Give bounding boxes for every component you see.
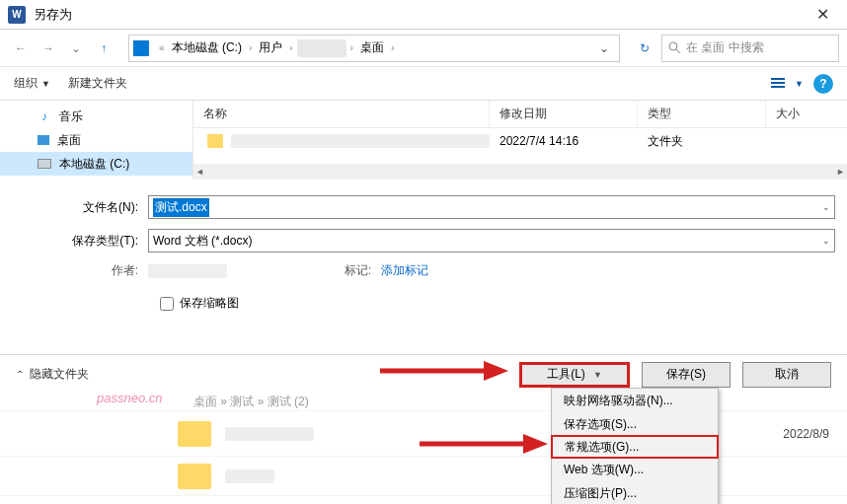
folder-icon — [178, 464, 211, 489]
svg-rect-3 — [771, 82, 785, 84]
close-button[interactable]: ✕ — [807, 5, 839, 24]
nav-recent-button[interactable]: ⌄ — [63, 36, 89, 61]
breadcrumb-item[interactable]: 用户 — [256, 37, 285, 58]
file-panel: 名称 修改日期 类型 大小 2022/7/4 14:16 文件夹 ◄ ► — [193, 101, 847, 180]
folder-icon — [207, 134, 223, 148]
new-folder-button[interactable]: 新建文件夹 — [68, 75, 127, 92]
tags-value[interactable]: 添加标记 — [381, 262, 578, 279]
titlebar: W 另存为 ✕ — [0, 0, 847, 30]
menu-item-general-options[interactable]: 常规选项(G)... — [551, 435, 719, 459]
view-options-button[interactable]: ▼ — [771, 76, 804, 92]
form-area: 文件名(N): 测试.docx ⌄ 保存类型(T): Word 文档 (*.do… — [0, 180, 847, 320]
column-date[interactable]: 修改日期 — [490, 101, 638, 127]
cancel-button[interactable]: 取消 — [742, 362, 831, 388]
svg-rect-2 — [771, 78, 785, 80]
chevron-down-icon[interactable]: ⌄ — [822, 202, 830, 212]
svg-marker-6 — [484, 361, 508, 381]
scroll-right-icon[interactable]: ► — [836, 167, 845, 177]
annotation-arrow — [415, 424, 553, 464]
menu-item-compress-pictures[interactable]: 压缩图片(P)... — [552, 481, 718, 504]
sidebar-item-music[interactable]: ♪ 音乐 — [0, 105, 192, 128]
svg-point-0 — [669, 42, 677, 50]
refresh-button[interactable]: ↻ — [632, 41, 657, 55]
window-title: 另存为 — [34, 6, 72, 24]
menu-item-save-options[interactable]: 保存选项(S)... — [552, 412, 718, 436]
chevron-down-icon: ▼ — [593, 370, 602, 380]
column-name[interactable]: 名称 — [193, 101, 490, 127]
sidebar-item-label: 音乐 — [59, 108, 83, 125]
chevron-right-icon: › — [391, 42, 394, 53]
bg-path: 桌面 » 测试 » 测试 (2) — [193, 394, 309, 410]
author-value-redacted[interactable] — [148, 264, 227, 278]
search-icon — [668, 41, 682, 55]
chevron-right-icon: › — [249, 42, 252, 53]
bg-name-redacted — [225, 469, 274, 483]
toolbar-row: 组织▼ 新建文件夹 ▼ ? — [0, 67, 847, 101]
sidebar: ♪ 音乐 桌面 本地磁盘 (C:) — [0, 101, 193, 180]
breadcrumb-dropdown[interactable]: ⌄ — [593, 41, 615, 55]
tools-menu: 映射网络驱动器(N)... 保存选项(S)... 常规选项(G)... Web … — [551, 388, 719, 504]
filename-input[interactable]: 测试.docx ⌄ — [148, 195, 835, 219]
breadcrumb-item[interactable]: 桌面 — [357, 37, 387, 58]
menu-item-web-options[interactable]: Web 选项(W)... — [552, 458, 718, 481]
disk-icon — [38, 159, 51, 169]
scroll-left-icon[interactable]: ◄ — [195, 167, 204, 177]
tools-dropdown[interactable]: 工具(L) ▼ — [519, 362, 630, 388]
hide-folders-toggle[interactable]: ⌃ 隐藏文件夹 — [16, 366, 89, 383]
chevron-right-icon: › — [350, 42, 353, 53]
menu-item-map-drive[interactable]: 映射网络驱动器(N)... — [552, 389, 718, 412]
savetype-value: Word 文档 (*.docx) — [153, 233, 252, 250]
author-label: 作者: — [12, 262, 148, 279]
word-icon: W — [8, 6, 26, 24]
svg-line-1 — [676, 49, 680, 53]
search-input[interactable]: 在 桌面 中搜索 — [661, 35, 839, 62]
chevron-down-icon[interactable]: ⌄ — [822, 236, 830, 246]
breadcrumb[interactable]: « 本地磁盘 (C:) › 用户 › › 桌面 › ⌄ — [128, 35, 620, 62]
chevron-right-icon: « — [159, 42, 165, 53]
bg-date: 2022/8/9 — [783, 427, 829, 441]
savetype-label: 保存类型(T): — [12, 233, 148, 250]
column-headers: 名称 修改日期 类型 大小 — [193, 101, 847, 128]
file-name-redacted — [231, 134, 490, 148]
nav-row: ← → ⌄ ↑ « 本地磁盘 (C:) › 用户 › › 桌面 › ⌄ ↻ 在 … — [0, 30, 847, 67]
folder-icon — [178, 421, 211, 447]
filename-value: 测试.docx — [153, 198, 209, 217]
nav-forward-button[interactable]: → — [36, 36, 61, 61]
drive-icon — [133, 40, 149, 56]
nav-back-button[interactable]: ← — [8, 36, 34, 61]
tags-label: 标记: — [326, 262, 381, 279]
thumbnail-label: 保存缩略图 — [180, 295, 239, 312]
horizontal-scrollbar[interactable]: ◄ ► — [193, 164, 847, 180]
search-placeholder: 在 桌面 中搜索 — [686, 39, 764, 56]
chevron-up-icon: ⌃ — [16, 369, 24, 380]
bg-name-redacted — [225, 427, 314, 441]
breadcrumb-item-redacted[interactable] — [297, 39, 346, 57]
music-icon: ♪ — [38, 109, 51, 123]
annotation-arrow — [375, 351, 513, 391]
svg-rect-4 — [771, 86, 785, 88]
sidebar-item-label: 桌面 — [57, 132, 81, 149]
nav-up-button[interactable]: ↑ — [91, 36, 116, 61]
file-row[interactable]: 2022/7/4 14:16 文件夹 — [193, 128, 847, 154]
sidebar-item-label: 本地磁盘 (C:) — [59, 156, 129, 173]
body-area: ♪ 音乐 桌面 本地磁盘 (C:) 名称 修改日期 类型 大小 2022/7/4… — [0, 101, 847, 180]
column-size[interactable]: 大小 — [766, 101, 847, 127]
breadcrumb-item[interactable]: 本地磁盘 (C:) — [169, 37, 245, 58]
sidebar-item-desktop[interactable]: 桌面 — [0, 128, 192, 152]
file-type: 文件夹 — [638, 133, 766, 150]
svg-marker-8 — [523, 434, 548, 454]
thumbnail-checkbox[interactable] — [160, 297, 174, 311]
chevron-right-icon: › — [289, 42, 292, 53]
filename-label: 文件名(N): — [12, 199, 148, 216]
save-button[interactable]: 保存(S) — [642, 362, 731, 388]
organize-button[interactable]: 组织▼ — [14, 75, 50, 92]
desktop-icon — [38, 135, 49, 145]
sidebar-item-local-disk[interactable]: 本地磁盘 (C:) — [0, 152, 192, 176]
watermark: passneo.cn — [97, 391, 163, 405]
savetype-select[interactable]: Word 文档 (*.docx) ⌄ — [148, 229, 835, 252]
file-date: 2022/7/4 14:16 — [490, 134, 638, 148]
column-type[interactable]: 类型 — [638, 101, 766, 127]
help-button[interactable]: ? — [813, 74, 833, 94]
